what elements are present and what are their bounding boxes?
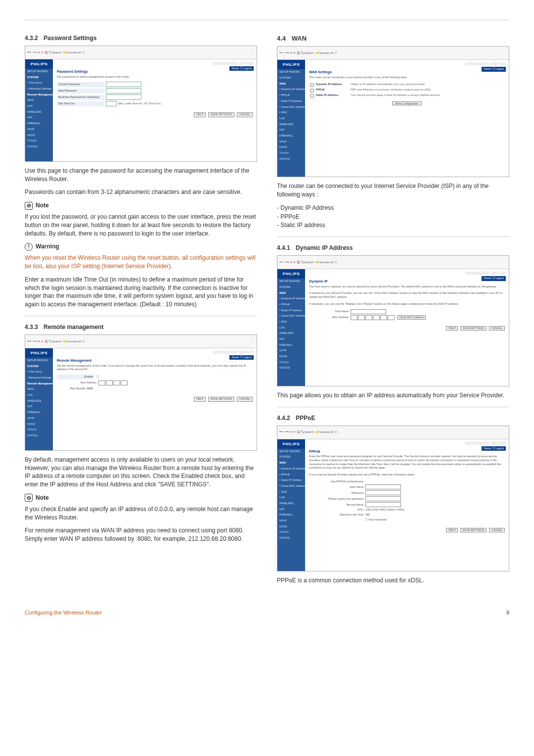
help-button[interactable]: HELP — [194, 112, 206, 117]
note-label: Note — [36, 201, 49, 210]
two-column-layout: 4.3.2 Password Settings ⟵ ⟶ ⊘ ⟳ 🏠 🔍Searc… — [25, 30, 509, 589]
note-label: Note — [36, 494, 49, 502]
heading-title: WAN — [292, 35, 307, 42]
wan-method-item: Static IP address — [277, 221, 509, 230]
screenshot-remote-management: ⟵ ⟶ ⊘ ⟳ 🏠 🔍Search ⭐Favorites ⊕ ⓘ PHILIPS… — [25, 334, 257, 451]
heading-title: Password Settings — [44, 35, 96, 42]
page-top-rule — [25, 20, 509, 20]
radio-dynamic-ip[interactable] — [310, 83, 314, 87]
wan-method-item: Dynamic IP Address — [277, 204, 509, 212]
note-icon: ⊖ — [25, 494, 33, 502]
screenshot-password-settings: ⟵ ⟶ ⊘ ⟳ 🏠 🔍Search ⭐Favorites ⊕ ⓘ PHILIPS… — [25, 46, 257, 162]
router-sidebar: PHILIPS SETUP WIZARD SYSTEM • Time Zone … — [25, 59, 53, 161]
host-name-input[interactable] — [351, 309, 386, 314]
pppoe-password-input[interactable] — [365, 490, 401, 495]
pppoe-desc: PPPoE is a common connection method used… — [277, 576, 509, 585]
warning-icon: ! — [25, 243, 33, 251]
note-icon: ⊖ — [25, 202, 33, 210]
heading-num: 4.3.3 — [25, 324, 38, 331]
heading-4-4-1: 4.4.1 Dynamic IP Address — [277, 244, 509, 252]
screenshot-wan-settings: ⟵ ⟶ ⊘ ⟳ 🏠 🔍Search ⭐Favorites ⊕ ⓘ PHILIPS… — [277, 46, 509, 177]
right-column: 4.4 WAN ⟵ ⟶ ⊘ ⟳ 🏠 🔍Search ⭐Favorites ⊕ ⓘ… — [277, 30, 509, 589]
note-text: If you lost the password, or you cannot … — [25, 213, 257, 237]
note-2-text: If you check Enable and specify an IP ad… — [25, 505, 257, 522]
philips-logo: PHILIPS — [25, 59, 53, 69]
current-password-input[interactable] — [106, 82, 141, 87]
radio-pppoe[interactable] — [310, 89, 314, 93]
wan-methods-list: Dynamic IP Address PPPoE Static IP addre… — [277, 204, 509, 230]
left-column: 4.3.2 Password Settings ⟵ ⟶ ⊘ ⟳ 🏠 🔍Searc… — [25, 30, 257, 589]
warning-text: When you reset the Wireless Router using… — [25, 254, 257, 271]
warning-label: Warning — [36, 242, 59, 251]
heading-4-3-2: 4.3.2 Password Settings — [25, 34, 257, 43]
password-desc-p2: Passwords can contain from 3-12 alphanum… — [25, 188, 257, 196]
heading-title: Remote management — [44, 324, 103, 331]
heading-num: 4.3.2 — [25, 35, 38, 42]
pppoe-username-input[interactable] — [365, 484, 401, 489]
cancel-button[interactable]: CANCEL — [237, 112, 253, 117]
section-separator — [25, 316, 257, 316]
section-separator — [277, 236, 509, 237]
heading-num: 4.4 — [277, 35, 286, 42]
panel-buttons: HELP SAVE SETTINGS CANCEL — [57, 112, 253, 117]
advanced-setup-label: ADVANCED SETUP — [213, 60, 254, 67]
radio-static-ip[interactable] — [310, 94, 314, 98]
heading-4-3-3: 4.3.3 Remote management — [25, 323, 257, 331]
footer-left: Configuring the Wireless Router — [25, 609, 102, 616]
screenshot-pppoe: ⟵ ⟶ ⊘ ⟳ 🏠 🔍Search ⭐Favorites ⊕ ⓘ PHILIPS… — [277, 425, 509, 571]
page-footer: Configuring the Wireless Router 9 — [25, 609, 509, 616]
password-desc-p1: Use this page to change the password for… — [25, 167, 257, 184]
panel-title: Password Settings — [57, 69, 253, 74]
router-main: ADVANCED SETUP Home ⓘ Logout Password Se… — [53, 59, 257, 161]
clone-mac-button[interactable]: Clone MAC Address — [397, 315, 426, 320]
screenshot-dynamic-ip: ⟵ ⟶ ⊘ ⟳ 🏠 🔍Search ⭐Favorites ⊕ ⓘ PHILIPS… — [277, 255, 509, 386]
footer-page-number: 9 — [506, 609, 509, 616]
confirm-password-input[interactable] — [106, 94, 141, 100]
browser-toolbar: ⟵ ⟶ ⊘ ⟳ 🏠 🔍Search ⭐Favorites ⊕ ⓘ — [25, 46, 257, 59]
pppoe-service-input[interactable] — [365, 502, 401, 507]
section-separator — [277, 407, 509, 407]
wan-desc: The router can be connected to your Inte… — [277, 182, 509, 199]
heading-4-4-2: 4.4.2 PPPoE — [277, 414, 509, 423]
warning-heading: ! Warning — [25, 242, 257, 251]
more-configuration-button[interactable]: More Configuration — [392, 101, 422, 105]
save-settings-button[interactable]: SAVE SETTINGS — [208, 112, 234, 117]
new-password-input[interactable] — [106, 88, 141, 94]
pppoe-retype-input[interactable] — [365, 496, 401, 501]
header-tabs: Home ⓘ Logout — [229, 66, 254, 71]
panel-desc: Set a password to restrict management ac… — [57, 75, 253, 79]
remote-desc-p2: For remote management via WAN IP address… — [25, 526, 257, 543]
heading-4-4: 4.4 WAN — [277, 34, 509, 43]
idle-timeout-input[interactable] — [106, 101, 117, 106]
wan-method-item: PPPoE — [277, 213, 509, 221]
note-heading: ⊖ Note — [25, 201, 257, 210]
remote-desc-p1: By default, management access is only av… — [25, 456, 257, 489]
dynamic-ip-desc: This page allows you to obtain an IP add… — [277, 391, 509, 400]
idle-timeout-desc: Enter a maximum Idle Time Out (in minute… — [25, 276, 257, 309]
note-heading-2: ⊖ Note — [25, 494, 257, 502]
